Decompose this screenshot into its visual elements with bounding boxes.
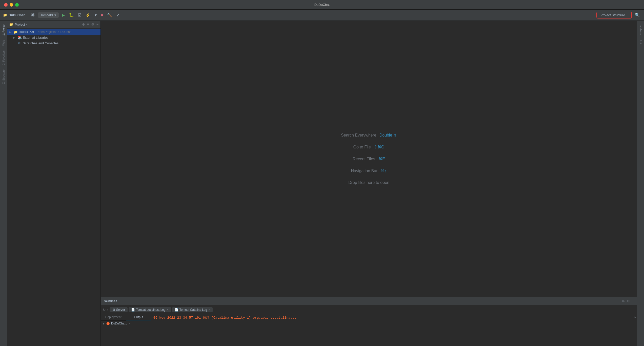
server-tab-icon: 🖥 [112, 308, 115, 312]
stop-button[interactable]: ■ [100, 12, 104, 18]
server-item-arrow: ▶ [103, 322, 105, 325]
maximize-button[interactable] [15, 3, 19, 7]
catalina-log-icon: 📄 [175, 308, 178, 312]
debug-button[interactable]: 🐛 [68, 12, 75, 18]
app-folder-icon: 📁 [3, 13, 7, 17]
server-status-icon: ⬤ [106, 322, 110, 325]
collapse-all-icon[interactable]: ≡ [87, 22, 89, 26]
left-sidebar-strip: 1: Project Web 2: Favorites Z: Structure [0, 21, 7, 346]
run-config-dropdown-icon: ▾ [54, 13, 56, 17]
run-config-selector[interactable]: Tomcat9 ▾ [38, 12, 59, 18]
coverage-button[interactable]: ☑ [77, 12, 83, 18]
search-everywhere-label: Search Everywhere [341, 133, 376, 138]
expand-button[interactable]: ⤢ [115, 12, 120, 18]
search-everywhere-toolbar-icon[interactable]: 🔍 [634, 12, 641, 18]
project-panel-label: Project ▾ [15, 23, 27, 26]
settings-icon[interactable]: ⚙ [91, 22, 94, 26]
catalina-log-close[interactable]: ✕ [208, 308, 210, 311]
locate-in-tree-icon[interactable]: ⊕ [82, 22, 85, 26]
right-sidebar-strip: database Ant [637, 21, 644, 346]
project-dropdown-icon[interactable]: ▾ [26, 23, 27, 26]
toolbar-navigate-back[interactable]: ⌘ [30, 12, 36, 18]
main-layout: 1: Project Web 2: Favorites Z: Structure… [0, 21, 644, 346]
project-panel-header: 📁 Project ▾ ⊕ ≡ ⚙ − [7, 21, 100, 28]
services-refresh-icon[interactable]: ↻ [103, 308, 106, 312]
services-sub-tab-output[interactable]: Output [126, 314, 151, 320]
services-add-icon[interactable]: ⊕ [622, 299, 625, 303]
right-sidebar-item-database[interactable]: database [639, 22, 643, 37]
project-tree: ▶ 📁 DuDuChat ~/IdeaProjects/DuDuChat ▶ 📚… [7, 28, 100, 346]
services-tab-localhost-log[interactable]: 📄 Tomcat Localhost Log ✕ [129, 307, 171, 312]
editor-content: Search Everywhere Double ⇧ Go to File ⇧⌘… [101, 21, 637, 297]
shortcut-recent-files[interactable]: Recent Files ⌘E [353, 157, 385, 161]
recent-files-key: ⌘E [378, 157, 385, 161]
shortcut-navigation-bar[interactable]: Navigation Bar ⌘↑ [351, 168, 387, 173]
catalina-log-label: Tomcat Catalina Log [179, 308, 207, 312]
folder-icon-duduchau: 📁 [13, 30, 18, 34]
right-sidebar-item-ant[interactable]: Ant [639, 38, 643, 46]
services-close-icon[interactable]: − [632, 299, 634, 303]
toolbar-right: Project Structure... 🔍 [596, 12, 641, 18]
tree-path-duduchau: ~/IdeaProjects/DuDuChat [36, 30, 71, 34]
scratch-icon: ✏ [17, 41, 22, 45]
close-panel-icon[interactable]: − [96, 22, 98, 26]
server-tab-label: Server [116, 308, 125, 312]
window-controls[interactable] [4, 3, 19, 7]
recent-files-label: Recent Files [353, 157, 375, 161]
close-button[interactable] [4, 3, 8, 7]
title-bar: DuDuChat [0, 0, 644, 10]
tree-label-external-libraries: External Libraries [23, 36, 48, 40]
editor-area: Search Everywhere Double ⇧ Go to File ⇧⌘… [101, 21, 637, 297]
drop-files-label: Drop files here to open [348, 180, 389, 185]
expand-arrow-external: ▶ [13, 36, 16, 39]
log-scroll-right[interactable]: » [633, 314, 637, 320]
main-toolbar: 📁 DuDuChat ⌘ Tomcat9 ▾ ▶ 🐛 ☑ ⚡ ▾ ■ 🔨 ⤢ P… [0, 10, 644, 21]
services-tab-catalina-log[interactable]: 📄 Tomcat Catalina Log ✕ [172, 307, 213, 312]
build-button[interactable]: 🔨 [106, 12, 113, 18]
navigation-bar-label: Navigation Bar [351, 169, 378, 173]
localhost-log-close[interactable]: ✕ [167, 308, 169, 311]
project-folder-icon: 📁 [9, 23, 13, 26]
run-button[interactable]: ▶ [61, 12, 66, 18]
server-item-label: DuDuCha... [111, 322, 127, 325]
sidebar-item-structure[interactable]: Z: Structure [2, 67, 6, 86]
app-name: 📁 DuDuChat [3, 13, 25, 17]
services-header-icons: ⊕ ⚙ − [622, 299, 634, 303]
sidebar-item-favorites[interactable]: 2: Favorites [2, 48, 6, 67]
log-line-1: 06-Nov-2022 23:34:57.191 信息 [Catalina-ut… [153, 315, 631, 320]
minimize-button[interactable] [10, 3, 13, 7]
services-log-output: 06-Nov-2022 23:34:57.191 信息 [Catalina-ut… [151, 314, 633, 346]
services-more-icon[interactable]: » [107, 308, 109, 312]
library-icon: 📚 [17, 35, 22, 40]
shortcut-go-to-file[interactable]: Go to File ⇧⌘O [353, 145, 385, 149]
tree-item-duduchau[interactable]: ▶ 📁 DuDuChat ~/IdeaProjects/DuDuChat [7, 29, 100, 35]
localhost-log-label: Tomcat Localhost Log [136, 308, 166, 312]
more-run-tools[interactable]: ▾ [94, 12, 98, 18]
tree-item-external-libraries[interactable]: ▶ 📚 External Libraries [7, 35, 100, 40]
go-to-file-label: Go to File [353, 145, 371, 149]
services-sub-tabs: Deployment Output [101, 314, 151, 321]
localhost-log-icon: 📄 [131, 308, 135, 312]
sidebar-item-web[interactable]: Web [2, 38, 6, 48]
services-left-panel: Deployment Output ▶ ⬤ DuDuCha... » [101, 314, 151, 346]
project-structure-button[interactable]: Project Structure... [596, 12, 632, 18]
project-panel: 📁 Project ▾ ⊕ ≡ ⚙ − ▶ 📁 DuDuChat ~/IdeaP… [7, 21, 101, 346]
services-sub-tab-deployment[interactable]: Deployment [101, 314, 126, 320]
services-title: Services [104, 299, 117, 303]
profile-button[interactable]: ⚡ [85, 12, 92, 18]
shortcut-search-everywhere[interactable]: Search Everywhere Double ⇧ [341, 133, 397, 138]
services-settings-icon[interactable]: ⚙ [627, 299, 630, 303]
services-server-item-duduchau[interactable]: ▶ ⬤ DuDuCha... » [101, 321, 151, 326]
services-header: Services ⊕ ⚙ − [101, 297, 637, 305]
project-header-icons: ⊕ ≡ ⚙ − [82, 22, 98, 26]
tree-label-duduchau: DuDuChat [19, 30, 34, 34]
navigation-bar-key: ⌘↑ [380, 168, 387, 173]
shortcut-drop-files: Drop files here to open [348, 180, 389, 185]
sidebar-item-project[interactable]: 1: Project [2, 22, 6, 37]
expand-arrow-duduchau: ▶ [9, 31, 12, 33]
editor-and-right: Search Everywhere Double ⇧ Go to File ⇧⌘… [101, 21, 637, 346]
tree-item-scratches[interactable]: ▶ ✏ Scratches and Consoles [7, 40, 100, 46]
services-content: Deployment Output ▶ ⬤ DuDuCha... » 06-No… [101, 314, 637, 346]
services-tab-server[interactable]: 🖥 Server [110, 307, 128, 312]
server-item-more[interactable]: » [129, 322, 131, 325]
